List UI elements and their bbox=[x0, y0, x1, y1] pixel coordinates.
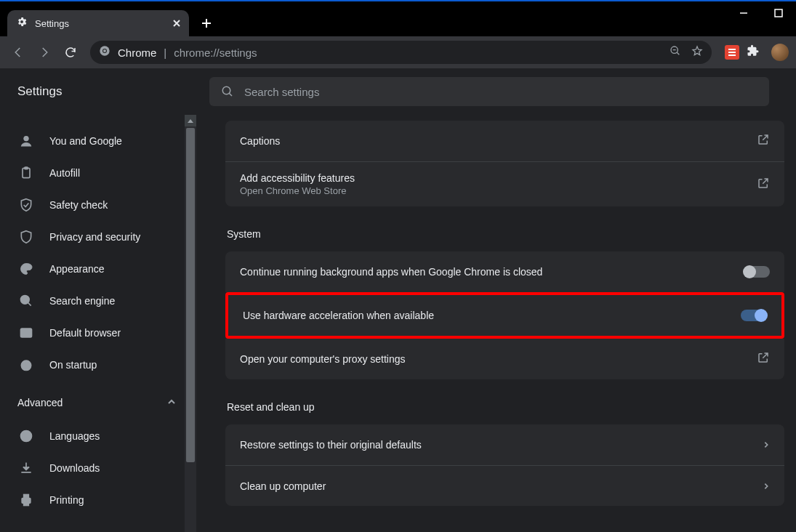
browser-window-icon bbox=[19, 326, 33, 340]
sidebar-item-safety-check[interactable]: Safety check bbox=[0, 189, 196, 221]
person-icon bbox=[19, 134, 33, 148]
sidebar-item-label: You and Google bbox=[49, 135, 122, 147]
search-icon bbox=[221, 85, 234, 98]
extension-todoist-icon[interactable] bbox=[725, 45, 739, 60]
sidebar-item-label: Downloads bbox=[49, 462, 100, 474]
page-title: Settings bbox=[0, 84, 209, 99]
svg-point-6 bbox=[24, 136, 29, 141]
sidebar-item-printing[interactable]: Printing bbox=[0, 484, 196, 516]
sidebar-item-label: Languages bbox=[49, 430, 100, 442]
row-label: Open your computer's proxy settings bbox=[240, 353, 406, 365]
page-header: Settings bbox=[0, 68, 796, 115]
titlebar: Settings bbox=[0, 0, 796, 36]
sidebar-item-label: Privacy and security bbox=[49, 231, 140, 243]
extensions-area bbox=[720, 44, 789, 61]
new-tab-button[interactable] bbox=[195, 12, 218, 35]
settings-search-input[interactable] bbox=[244, 86, 757, 98]
settings-content: Captions Add accessibility features Open… bbox=[196, 115, 796, 532]
tab-title: Settings bbox=[35, 18, 166, 29]
window-top-accent bbox=[0, 0, 796, 1]
shield-check-icon bbox=[19, 198, 33, 212]
row-captions[interactable]: Captions bbox=[225, 121, 784, 161]
sidebar-item-you-and-google[interactable]: You and Google bbox=[0, 125, 196, 157]
reload-button[interactable] bbox=[60, 41, 81, 63]
gear-icon bbox=[16, 16, 28, 31]
chevron-up-icon bbox=[167, 397, 176, 408]
url-origin: Chrome bbox=[118, 47, 156, 59]
scrollbar-up-icon[interactable] bbox=[185, 115, 196, 126]
sidebar-item-downloads[interactable]: Downloads bbox=[0, 452, 196, 484]
sidebar-item-label: Search engine bbox=[49, 295, 115, 307]
settings-page: Settings You and Google Autofill bbox=[0, 68, 796, 532]
download-icon bbox=[19, 461, 33, 475]
row-label: Continue running background apps when Go… bbox=[240, 266, 542, 278]
row-restore-defaults[interactable]: Restore settings to their original defau… bbox=[225, 424, 784, 465]
sidebar-item-label: Default browser bbox=[49, 327, 121, 339]
url-separator: | bbox=[164, 47, 166, 59]
sidebar-item-label: On startup bbox=[49, 359, 97, 371]
scrollbar-thumb[interactable] bbox=[186, 128, 195, 462]
system-group-top: Continue running background apps when Go… bbox=[225, 251, 784, 292]
bookmark-star-icon[interactable] bbox=[691, 45, 703, 60]
extensions-icon[interactable] bbox=[747, 44, 760, 60]
sidebar-item-appearance[interactable]: Appearance bbox=[0, 253, 196, 285]
maximize-button[interactable] bbox=[761, 0, 796, 26]
zoom-icon[interactable] bbox=[670, 45, 681, 60]
svg-rect-14 bbox=[24, 495, 29, 499]
row-clean-up-computer[interactable]: Clean up computer bbox=[225, 465, 784, 506]
sidebar-item-autofill[interactable]: Autofill bbox=[0, 157, 196, 189]
address-bar[interactable]: Chrome | chrome://settings bbox=[90, 41, 712, 64]
forward-button[interactable] bbox=[33, 41, 55, 63]
sidebar-item-label: Safety check bbox=[49, 199, 108, 211]
sidebar-item-search-engine[interactable]: Search engine bbox=[0, 285, 196, 317]
chevron-right-icon bbox=[763, 438, 770, 451]
shield-icon bbox=[19, 230, 33, 244]
sidebar-item-label: Autofill bbox=[49, 167, 80, 179]
svg-point-9 bbox=[21, 296, 30, 305]
sidebar-item-languages[interactable]: Languages bbox=[0, 420, 196, 452]
sidebar-item-default-browser[interactable]: Default browser bbox=[0, 317, 196, 349]
browser-tab[interactable]: Settings bbox=[7, 10, 189, 36]
chevron-right-icon bbox=[763, 480, 770, 493]
svg-rect-10 bbox=[21, 329, 32, 337]
globe-icon bbox=[19, 429, 33, 443]
svg-rect-8 bbox=[25, 167, 28, 169]
sidebar-scrollbar[interactable] bbox=[185, 115, 196, 532]
browser-toolbar: Chrome | chrome://settings bbox=[0, 36, 796, 68]
svg-rect-15 bbox=[24, 502, 29, 506]
section-heading-reset: Reset and clean up bbox=[227, 401, 784, 413]
toggle-background-apps[interactable] bbox=[744, 266, 770, 278]
system-group-bottom: Open your computer's proxy settings bbox=[225, 339, 784, 379]
sidebar-item-on-startup[interactable]: On startup bbox=[0, 349, 196, 381]
back-button[interactable] bbox=[7, 41, 29, 63]
toggle-hardware-acceleration[interactable] bbox=[741, 310, 767, 321]
row-label: Captions bbox=[240, 135, 280, 147]
row-background-apps[interactable]: Continue running background apps when Go… bbox=[225, 251, 784, 292]
clipboard-icon bbox=[19, 166, 33, 180]
sidebar-item-label: Appearance bbox=[49, 263, 105, 275]
row-hardware-acceleration[interactable]: Use hardware acceleration when available bbox=[228, 295, 781, 336]
url-path: chrome://settings bbox=[174, 47, 257, 59]
chrome-icon bbox=[99, 45, 110, 60]
section-heading-system: System bbox=[227, 228, 784, 240]
external-link-icon bbox=[757, 133, 770, 149]
svg-rect-0 bbox=[775, 9, 782, 17]
sidebar-item-label: Printing bbox=[49, 494, 84, 506]
sidebar-section-advanced[interactable]: Advanced bbox=[0, 385, 196, 420]
settings-sidebar: You and Google Autofill Safety check Pri… bbox=[0, 115, 196, 532]
accessibility-group: Captions Add accessibility features Open… bbox=[225, 121, 784, 206]
row-label: Restore settings to their original defau… bbox=[240, 439, 422, 451]
row-label: Add accessibility features bbox=[240, 172, 355, 184]
row-proxy-settings[interactable]: Open your computer's proxy settings bbox=[225, 339, 784, 379]
external-link-icon bbox=[757, 351, 770, 367]
power-icon bbox=[19, 358, 33, 372]
settings-search[interactable] bbox=[209, 77, 769, 106]
close-tab-icon[interactable] bbox=[173, 17, 180, 30]
highlight-hardware-acceleration: Use hardware acceleration when available bbox=[225, 292, 784, 339]
profile-avatar[interactable] bbox=[771, 44, 789, 61]
row-add-accessibility-features[interactable]: Add accessibility features Open Chrome W… bbox=[225, 161, 784, 206]
window-controls bbox=[726, 0, 796, 26]
search-icon bbox=[19, 294, 33, 308]
sidebar-item-privacy[interactable]: Privacy and security bbox=[0, 221, 196, 253]
minimize-button[interactable] bbox=[726, 0, 761, 26]
